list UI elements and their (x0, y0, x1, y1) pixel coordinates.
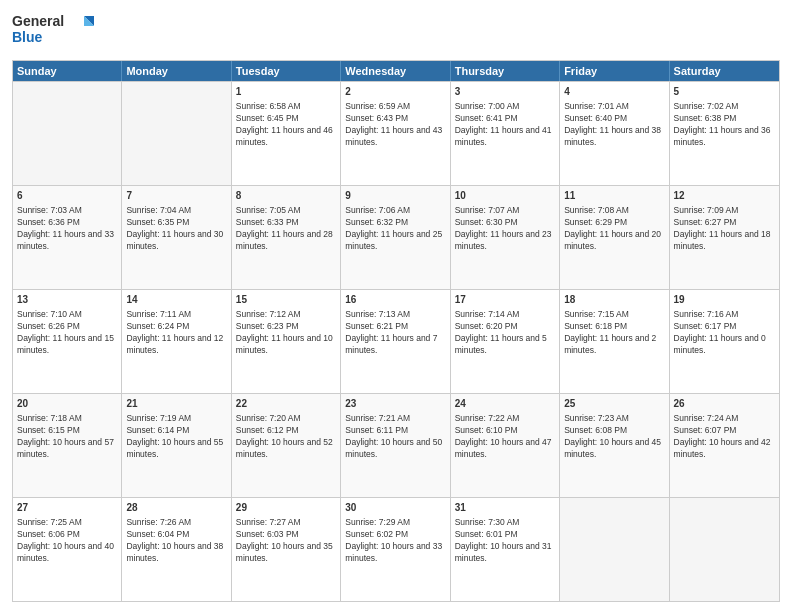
day-number: 22 (236, 397, 336, 411)
sunset-text: Sunset: 6:45 PM (236, 113, 299, 123)
empty-cell (13, 82, 122, 185)
weekday-header: Saturday (670, 61, 779, 81)
day-cell: 18Sunrise: 7:15 AMSunset: 6:18 PMDayligh… (560, 290, 669, 393)
day-number: 24 (455, 397, 555, 411)
day-cell: 16Sunrise: 7:13 AMSunset: 6:21 PMDayligh… (341, 290, 450, 393)
day-number: 4 (564, 85, 664, 99)
day-number: 3 (455, 85, 555, 99)
sunset-text: Sunset: 6:40 PM (564, 113, 627, 123)
day-cell: 21Sunrise: 7:19 AMSunset: 6:14 PMDayligh… (122, 394, 231, 497)
sunset-text: Sunset: 6:30 PM (455, 217, 518, 227)
day-number: 31 (455, 501, 555, 515)
sunset-text: Sunset: 6:11 PM (345, 425, 408, 435)
day-number: 9 (345, 189, 445, 203)
weekday-header: Thursday (451, 61, 560, 81)
sunrise-text: Sunrise: 7:03 AM (17, 205, 82, 215)
weekday-header: Wednesday (341, 61, 450, 81)
sunrise-text: Sunrise: 7:11 AM (126, 309, 191, 319)
daylight-text: Daylight: 11 hours and 5 minutes. (455, 333, 547, 355)
sunset-text: Sunset: 6:14 PM (126, 425, 189, 435)
day-cell: 27Sunrise: 7:25 AMSunset: 6:06 PMDayligh… (13, 498, 122, 601)
daylight-text: Daylight: 11 hours and 2 minutes. (564, 333, 656, 355)
daylight-text: Daylight: 11 hours and 33 minutes. (17, 229, 114, 251)
sunrise-text: Sunrise: 7:02 AM (674, 101, 739, 111)
sunset-text: Sunset: 6:41 PM (455, 113, 518, 123)
day-number: 16 (345, 293, 445, 307)
day-number: 17 (455, 293, 555, 307)
day-cell: 28Sunrise: 7:26 AMSunset: 6:04 PMDayligh… (122, 498, 231, 601)
sunrise-text: Sunrise: 7:21 AM (345, 413, 410, 423)
sunrise-text: Sunrise: 7:30 AM (455, 517, 520, 527)
sunset-text: Sunset: 6:33 PM (236, 217, 299, 227)
sunset-text: Sunset: 6:08 PM (564, 425, 627, 435)
day-cell: 8Sunrise: 7:05 AMSunset: 6:33 PMDaylight… (232, 186, 341, 289)
calendar-body: 1Sunrise: 6:58 AMSunset: 6:45 PMDaylight… (13, 81, 779, 601)
day-cell: 11Sunrise: 7:08 AMSunset: 6:29 PMDayligh… (560, 186, 669, 289)
daylight-text: Daylight: 11 hours and 0 minutes. (674, 333, 766, 355)
day-cell: 13Sunrise: 7:10 AMSunset: 6:26 PMDayligh… (13, 290, 122, 393)
day-number: 18 (564, 293, 664, 307)
sunset-text: Sunset: 6:15 PM (17, 425, 80, 435)
sunset-text: Sunset: 6:43 PM (345, 113, 408, 123)
calendar-row: 13Sunrise: 7:10 AMSunset: 6:26 PMDayligh… (13, 289, 779, 393)
sunset-text: Sunset: 6:36 PM (17, 217, 80, 227)
sunset-text: Sunset: 6:02 PM (345, 529, 408, 539)
day-number: 30 (345, 501, 445, 515)
day-cell: 17Sunrise: 7:14 AMSunset: 6:20 PMDayligh… (451, 290, 560, 393)
logo-text: General Blue (12, 10, 102, 54)
daylight-text: Daylight: 11 hours and 23 minutes. (455, 229, 552, 251)
daylight-text: Daylight: 10 hours and 42 minutes. (674, 437, 771, 459)
daylight-text: Daylight: 10 hours and 40 minutes. (17, 541, 114, 563)
sunrise-text: Sunrise: 6:59 AM (345, 101, 410, 111)
day-cell: 3Sunrise: 7:00 AMSunset: 6:41 PMDaylight… (451, 82, 560, 185)
sunset-text: Sunset: 6:23 PM (236, 321, 299, 331)
day-cell: 29Sunrise: 7:27 AMSunset: 6:03 PMDayligh… (232, 498, 341, 601)
sunrise-text: Sunrise: 7:07 AM (455, 205, 520, 215)
daylight-text: Daylight: 10 hours and 47 minutes. (455, 437, 552, 459)
day-cell: 14Sunrise: 7:11 AMSunset: 6:24 PMDayligh… (122, 290, 231, 393)
sunrise-text: Sunrise: 7:16 AM (674, 309, 739, 319)
day-number: 28 (126, 501, 226, 515)
day-number: 23 (345, 397, 445, 411)
empty-cell (122, 82, 231, 185)
daylight-text: Daylight: 10 hours and 33 minutes. (345, 541, 442, 563)
empty-cell (670, 498, 779, 601)
daylight-text: Daylight: 11 hours and 10 minutes. (236, 333, 333, 355)
sunrise-text: Sunrise: 7:14 AM (455, 309, 520, 319)
weekday-header: Tuesday (232, 61, 341, 81)
day-number: 14 (126, 293, 226, 307)
day-number: 13 (17, 293, 117, 307)
svg-text:General: General (12, 13, 64, 29)
sunset-text: Sunset: 6:18 PM (564, 321, 627, 331)
day-cell: 15Sunrise: 7:12 AMSunset: 6:23 PMDayligh… (232, 290, 341, 393)
daylight-text: Daylight: 11 hours and 36 minutes. (674, 125, 771, 147)
sunrise-text: Sunrise: 7:05 AM (236, 205, 301, 215)
day-number: 6 (17, 189, 117, 203)
sunrise-text: Sunrise: 7:20 AM (236, 413, 301, 423)
day-number: 26 (674, 397, 775, 411)
day-cell: 30Sunrise: 7:29 AMSunset: 6:02 PMDayligh… (341, 498, 450, 601)
daylight-text: Daylight: 11 hours and 30 minutes. (126, 229, 223, 251)
day-number: 21 (126, 397, 226, 411)
day-cell: 7Sunrise: 7:04 AMSunset: 6:35 PMDaylight… (122, 186, 231, 289)
sunrise-text: Sunrise: 7:13 AM (345, 309, 410, 319)
daylight-text: Daylight: 11 hours and 20 minutes. (564, 229, 661, 251)
calendar-header: SundayMondayTuesdayWednesdayThursdayFrid… (13, 61, 779, 81)
sunrise-text: Sunrise: 7:01 AM (564, 101, 629, 111)
day-cell: 20Sunrise: 7:18 AMSunset: 6:15 PMDayligh… (13, 394, 122, 497)
sunset-text: Sunset: 6:38 PM (674, 113, 737, 123)
sunrise-text: Sunrise: 7:23 AM (564, 413, 629, 423)
day-number: 7 (126, 189, 226, 203)
daylight-text: Daylight: 11 hours and 25 minutes. (345, 229, 442, 251)
day-cell: 19Sunrise: 7:16 AMSunset: 6:17 PMDayligh… (670, 290, 779, 393)
day-number: 1 (236, 85, 336, 99)
sunset-text: Sunset: 6:27 PM (674, 217, 737, 227)
day-number: 2 (345, 85, 445, 99)
day-cell: 22Sunrise: 7:20 AMSunset: 6:12 PMDayligh… (232, 394, 341, 497)
daylight-text: Daylight: 10 hours and 31 minutes. (455, 541, 552, 563)
day-cell: 23Sunrise: 7:21 AMSunset: 6:11 PMDayligh… (341, 394, 450, 497)
day-number: 29 (236, 501, 336, 515)
sunset-text: Sunset: 6:21 PM (345, 321, 408, 331)
day-cell: 12Sunrise: 7:09 AMSunset: 6:27 PMDayligh… (670, 186, 779, 289)
empty-cell (560, 498, 669, 601)
